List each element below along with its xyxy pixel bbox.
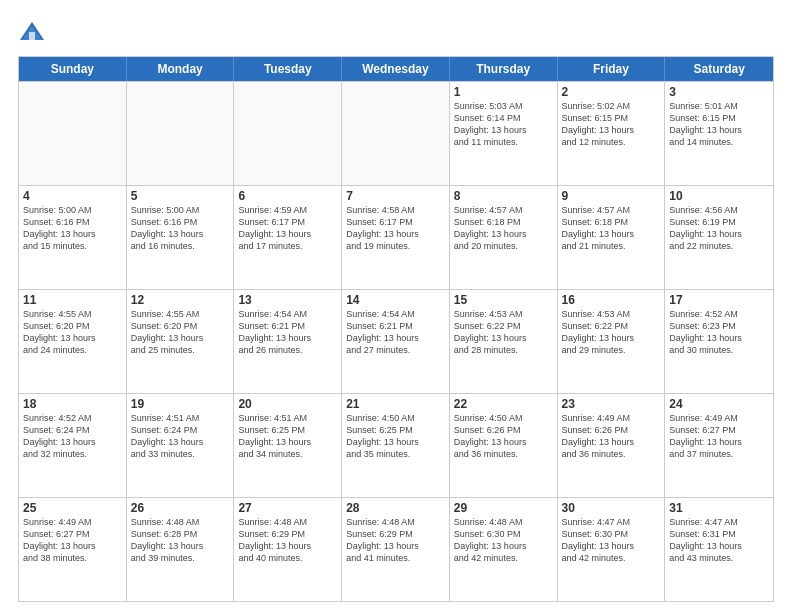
calendar-cell: 26Sunrise: 4:48 AM Sunset: 6:28 PM Dayli…	[127, 498, 235, 601]
day-number: 24	[669, 397, 769, 411]
day-info: Sunrise: 4:54 AM Sunset: 6:21 PM Dayligh…	[238, 308, 337, 357]
day-number: 10	[669, 189, 769, 203]
calendar-header-cell: Wednesday	[342, 57, 450, 81]
calendar-cell: 27Sunrise: 4:48 AM Sunset: 6:29 PM Dayli…	[234, 498, 342, 601]
day-info: Sunrise: 5:03 AM Sunset: 6:14 PM Dayligh…	[454, 100, 553, 149]
day-number: 4	[23, 189, 122, 203]
day-info: Sunrise: 4:54 AM Sunset: 6:21 PM Dayligh…	[346, 308, 445, 357]
day-number: 30	[562, 501, 661, 515]
day-number: 7	[346, 189, 445, 203]
day-info: Sunrise: 4:53 AM Sunset: 6:22 PM Dayligh…	[454, 308, 553, 357]
calendar-cell: 22Sunrise: 4:50 AM Sunset: 6:26 PM Dayli…	[450, 394, 558, 497]
day-info: Sunrise: 5:00 AM Sunset: 6:16 PM Dayligh…	[131, 204, 230, 253]
day-number: 21	[346, 397, 445, 411]
day-info: Sunrise: 5:01 AM Sunset: 6:15 PM Dayligh…	[669, 100, 769, 149]
header	[18, 18, 774, 46]
day-number: 8	[454, 189, 553, 203]
calendar-cell: 11Sunrise: 4:55 AM Sunset: 6:20 PM Dayli…	[19, 290, 127, 393]
day-info: Sunrise: 4:52 AM Sunset: 6:24 PM Dayligh…	[23, 412, 122, 461]
calendar-cell	[342, 82, 450, 185]
day-info: Sunrise: 4:47 AM Sunset: 6:30 PM Dayligh…	[562, 516, 661, 565]
day-info: Sunrise: 4:56 AM Sunset: 6:19 PM Dayligh…	[669, 204, 769, 253]
calendar-row: 4Sunrise: 5:00 AM Sunset: 6:16 PM Daylig…	[19, 185, 773, 289]
calendar-cell: 1Sunrise: 5:03 AM Sunset: 6:14 PM Daylig…	[450, 82, 558, 185]
day-info: Sunrise: 4:48 AM Sunset: 6:30 PM Dayligh…	[454, 516, 553, 565]
day-number: 29	[454, 501, 553, 515]
day-info: Sunrise: 4:49 AM Sunset: 6:27 PM Dayligh…	[669, 412, 769, 461]
calendar-row: 18Sunrise: 4:52 AM Sunset: 6:24 PM Dayli…	[19, 393, 773, 497]
day-info: Sunrise: 4:55 AM Sunset: 6:20 PM Dayligh…	[23, 308, 122, 357]
day-info: Sunrise: 4:58 AM Sunset: 6:17 PM Dayligh…	[346, 204, 445, 253]
day-number: 3	[669, 85, 769, 99]
calendar-cell: 17Sunrise: 4:52 AM Sunset: 6:23 PM Dayli…	[665, 290, 773, 393]
calendar-cell: 13Sunrise: 4:54 AM Sunset: 6:21 PM Dayli…	[234, 290, 342, 393]
day-info: Sunrise: 4:55 AM Sunset: 6:20 PM Dayligh…	[131, 308, 230, 357]
day-info: Sunrise: 4:53 AM Sunset: 6:22 PM Dayligh…	[562, 308, 661, 357]
calendar-cell: 23Sunrise: 4:49 AM Sunset: 6:26 PM Dayli…	[558, 394, 666, 497]
calendar-cell: 4Sunrise: 5:00 AM Sunset: 6:16 PM Daylig…	[19, 186, 127, 289]
day-number: 2	[562, 85, 661, 99]
day-info: Sunrise: 5:02 AM Sunset: 6:15 PM Dayligh…	[562, 100, 661, 149]
day-info: Sunrise: 4:59 AM Sunset: 6:17 PM Dayligh…	[238, 204, 337, 253]
calendar-cell	[127, 82, 235, 185]
calendar-body: 1Sunrise: 5:03 AM Sunset: 6:14 PM Daylig…	[19, 81, 773, 601]
calendar-cell: 8Sunrise: 4:57 AM Sunset: 6:18 PM Daylig…	[450, 186, 558, 289]
day-info: Sunrise: 4:57 AM Sunset: 6:18 PM Dayligh…	[454, 204, 553, 253]
calendar-cell: 7Sunrise: 4:58 AM Sunset: 6:17 PM Daylig…	[342, 186, 450, 289]
calendar-cell: 20Sunrise: 4:51 AM Sunset: 6:25 PM Dayli…	[234, 394, 342, 497]
day-info: Sunrise: 4:47 AM Sunset: 6:31 PM Dayligh…	[669, 516, 769, 565]
day-info: Sunrise: 4:48 AM Sunset: 6:28 PM Dayligh…	[131, 516, 230, 565]
day-info: Sunrise: 4:49 AM Sunset: 6:26 PM Dayligh…	[562, 412, 661, 461]
day-number: 11	[23, 293, 122, 307]
calendar-header-cell: Thursday	[450, 57, 558, 81]
calendar-cell: 30Sunrise: 4:47 AM Sunset: 6:30 PM Dayli…	[558, 498, 666, 601]
logo	[18, 18, 50, 46]
day-info: Sunrise: 4:57 AM Sunset: 6:18 PM Dayligh…	[562, 204, 661, 253]
page: SundayMondayTuesdayWednesdayThursdayFrid…	[0, 0, 792, 612]
calendar-cell: 19Sunrise: 4:51 AM Sunset: 6:24 PM Dayli…	[127, 394, 235, 497]
calendar-cell: 3Sunrise: 5:01 AM Sunset: 6:15 PM Daylig…	[665, 82, 773, 185]
calendar-header-cell: Tuesday	[234, 57, 342, 81]
day-number: 31	[669, 501, 769, 515]
day-number: 22	[454, 397, 553, 411]
calendar-row: 25Sunrise: 4:49 AM Sunset: 6:27 PM Dayli…	[19, 497, 773, 601]
calendar-header-cell: Monday	[127, 57, 235, 81]
calendar-cell: 12Sunrise: 4:55 AM Sunset: 6:20 PM Dayli…	[127, 290, 235, 393]
calendar-cell	[234, 82, 342, 185]
day-info: Sunrise: 4:48 AM Sunset: 6:29 PM Dayligh…	[346, 516, 445, 565]
day-number: 15	[454, 293, 553, 307]
calendar-cell: 15Sunrise: 4:53 AM Sunset: 6:22 PM Dayli…	[450, 290, 558, 393]
day-info: Sunrise: 5:00 AM Sunset: 6:16 PM Dayligh…	[23, 204, 122, 253]
calendar: SundayMondayTuesdayWednesdayThursdayFrid…	[18, 56, 774, 602]
day-info: Sunrise: 4:51 AM Sunset: 6:25 PM Dayligh…	[238, 412, 337, 461]
day-number: 6	[238, 189, 337, 203]
logo-icon	[18, 18, 46, 46]
day-number: 25	[23, 501, 122, 515]
calendar-cell: 25Sunrise: 4:49 AM Sunset: 6:27 PM Dayli…	[19, 498, 127, 601]
day-info: Sunrise: 4:50 AM Sunset: 6:25 PM Dayligh…	[346, 412, 445, 461]
day-info: Sunrise: 4:49 AM Sunset: 6:27 PM Dayligh…	[23, 516, 122, 565]
day-number: 5	[131, 189, 230, 203]
calendar-cell: 14Sunrise: 4:54 AM Sunset: 6:21 PM Dayli…	[342, 290, 450, 393]
calendar-cell: 2Sunrise: 5:02 AM Sunset: 6:15 PM Daylig…	[558, 82, 666, 185]
calendar-header-cell: Friday	[558, 57, 666, 81]
calendar-cell	[19, 82, 127, 185]
calendar-cell: 10Sunrise: 4:56 AM Sunset: 6:19 PM Dayli…	[665, 186, 773, 289]
day-number: 20	[238, 397, 337, 411]
day-number: 19	[131, 397, 230, 411]
day-number: 27	[238, 501, 337, 515]
day-number: 13	[238, 293, 337, 307]
calendar-cell: 18Sunrise: 4:52 AM Sunset: 6:24 PM Dayli…	[19, 394, 127, 497]
day-info: Sunrise: 4:51 AM Sunset: 6:24 PM Dayligh…	[131, 412, 230, 461]
day-number: 12	[131, 293, 230, 307]
day-number: 23	[562, 397, 661, 411]
calendar-cell: 9Sunrise: 4:57 AM Sunset: 6:18 PM Daylig…	[558, 186, 666, 289]
calendar-header-row: SundayMondayTuesdayWednesdayThursdayFrid…	[19, 57, 773, 81]
calendar-cell: 5Sunrise: 5:00 AM Sunset: 6:16 PM Daylig…	[127, 186, 235, 289]
calendar-header-cell: Saturday	[665, 57, 773, 81]
day-number: 18	[23, 397, 122, 411]
calendar-cell: 29Sunrise: 4:48 AM Sunset: 6:30 PM Dayli…	[450, 498, 558, 601]
calendar-cell: 21Sunrise: 4:50 AM Sunset: 6:25 PM Dayli…	[342, 394, 450, 497]
day-info: Sunrise: 4:50 AM Sunset: 6:26 PM Dayligh…	[454, 412, 553, 461]
day-info: Sunrise: 4:48 AM Sunset: 6:29 PM Dayligh…	[238, 516, 337, 565]
